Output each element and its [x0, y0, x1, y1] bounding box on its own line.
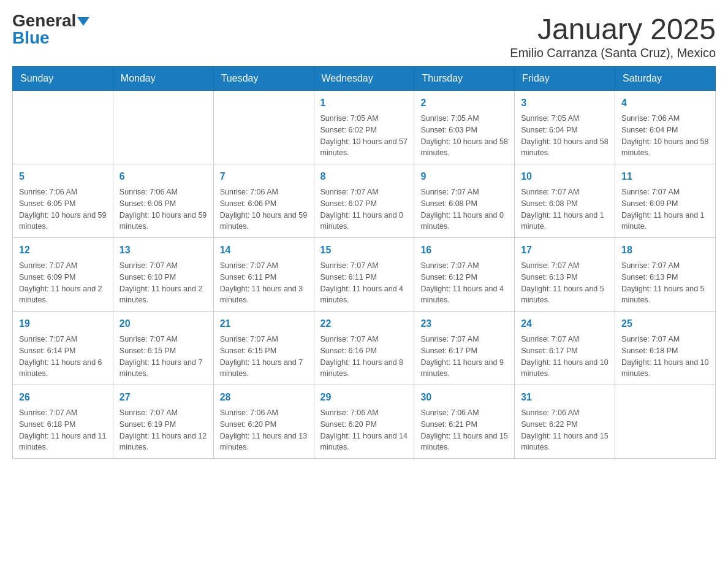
day-number: 26: [19, 390, 107, 405]
calendar-cell: 15Sunrise: 7:07 AM Sunset: 6:11 PM Dayli…: [314, 238, 414, 312]
calendar-cell: 27Sunrise: 7:07 AM Sunset: 6:19 PM Dayli…: [113, 385, 213, 459]
calendar-cell: 1Sunrise: 7:05 AM Sunset: 6:02 PM Daylig…: [314, 91, 414, 164]
day-number: 5: [19, 169, 107, 184]
day-info: Sunrise: 7:05 AM Sunset: 6:04 PM Dayligh…: [521, 113, 609, 159]
calendar-cell: 3Sunrise: 7:05 AM Sunset: 6:04 PM Daylig…: [515, 91, 615, 164]
day-info: Sunrise: 7:06 AM Sunset: 6:22 PM Dayligh…: [521, 407, 609, 453]
day-number: 22: [320, 316, 408, 331]
calendar-cell: 2Sunrise: 7:05 AM Sunset: 6:03 PM Daylig…: [414, 91, 515, 164]
day-info: Sunrise: 7:06 AM Sunset: 6:06 PM Dayligh…: [220, 186, 308, 232]
day-info: Sunrise: 7:07 AM Sunset: 6:19 PM Dayligh…: [119, 407, 207, 453]
day-header-monday: Monday: [113, 67, 213, 91]
calendar-cell: 18Sunrise: 7:07 AM Sunset: 6:13 PM Dayli…: [615, 238, 716, 312]
title-area: January 2025 Emilio Carranza (Santa Cruz…: [510, 12, 716, 60]
calendar-cell: 5Sunrise: 7:06 AM Sunset: 6:05 PM Daylig…: [13, 164, 113, 238]
day-header-sunday: Sunday: [13, 67, 113, 91]
day-number: 29: [320, 390, 408, 405]
calendar-body: 1Sunrise: 7:05 AM Sunset: 6:02 PM Daylig…: [13, 91, 716, 459]
day-number: 16: [420, 243, 508, 258]
day-number: 24: [521, 316, 609, 331]
day-info: Sunrise: 7:07 AM Sunset: 6:11 PM Dayligh…: [320, 260, 408, 306]
day-number: 30: [420, 390, 508, 405]
day-number: 10: [521, 169, 609, 184]
day-info: Sunrise: 7:07 AM Sunset: 6:14 PM Dayligh…: [19, 334, 107, 380]
days-of-week-row: SundayMondayTuesdayWednesdayThursdayFrid…: [13, 67, 716, 91]
calendar-cell: 22Sunrise: 7:07 AM Sunset: 6:16 PM Dayli…: [314, 312, 414, 385]
day-number: 7: [220, 169, 308, 184]
day-number: 25: [621, 316, 709, 331]
day-number: 27: [119, 390, 207, 405]
day-info: Sunrise: 7:07 AM Sunset: 6:17 PM Dayligh…: [420, 334, 508, 380]
day-number: 14: [220, 243, 308, 258]
calendar-cell: 29Sunrise: 7:06 AM Sunset: 6:20 PM Dayli…: [314, 385, 414, 459]
week-row-2: 12Sunrise: 7:07 AM Sunset: 6:09 PM Dayli…: [13, 238, 716, 312]
day-number: 2: [420, 96, 508, 110]
day-number: 28: [220, 390, 308, 405]
week-row-3: 19Sunrise: 7:07 AM Sunset: 6:14 PM Dayli…: [13, 312, 716, 385]
day-number: 18: [621, 243, 709, 258]
calendar-cell: 17Sunrise: 7:07 AM Sunset: 6:13 PM Dayli…: [515, 238, 615, 312]
day-info: Sunrise: 7:07 AM Sunset: 6:15 PM Dayligh…: [220, 334, 308, 380]
day-number: 13: [119, 243, 207, 258]
calendar-cell: [113, 91, 213, 164]
day-header-tuesday: Tuesday: [213, 67, 314, 91]
calendar-table: SundayMondayTuesdayWednesdayThursdayFrid…: [12, 66, 716, 459]
day-number: 21: [220, 316, 308, 331]
day-info: Sunrise: 7:07 AM Sunset: 6:13 PM Dayligh…: [621, 260, 709, 306]
day-number: 4: [621, 96, 709, 110]
day-number: 9: [420, 169, 508, 184]
day-header-saturday: Saturday: [615, 67, 716, 91]
day-info: Sunrise: 7:07 AM Sunset: 6:07 PM Dayligh…: [320, 186, 408, 232]
day-number: 31: [521, 390, 609, 405]
day-number: 20: [119, 316, 207, 331]
calendar-cell: 31Sunrise: 7:06 AM Sunset: 6:22 PM Dayli…: [515, 385, 615, 459]
calendar-cell: 21Sunrise: 7:07 AM Sunset: 6:15 PM Dayli…: [213, 312, 314, 385]
day-info: Sunrise: 7:07 AM Sunset: 6:17 PM Dayligh…: [521, 334, 609, 380]
day-info: Sunrise: 7:07 AM Sunset: 6:15 PM Dayligh…: [119, 334, 207, 380]
day-info: Sunrise: 7:06 AM Sunset: 6:20 PM Dayligh…: [220, 407, 308, 453]
calendar-cell: [13, 91, 113, 164]
calendar-cell: 23Sunrise: 7:07 AM Sunset: 6:17 PM Dayli…: [414, 312, 515, 385]
calendar-cell: 12Sunrise: 7:07 AM Sunset: 6:09 PM Dayli…: [13, 238, 113, 312]
day-info: Sunrise: 7:07 AM Sunset: 6:08 PM Dayligh…: [420, 186, 508, 232]
day-info: Sunrise: 7:05 AM Sunset: 6:03 PM Dayligh…: [420, 113, 508, 159]
day-header-wednesday: Wednesday: [314, 67, 414, 91]
calendar-cell: 20Sunrise: 7:07 AM Sunset: 6:15 PM Dayli…: [113, 312, 213, 385]
day-info: Sunrise: 7:07 AM Sunset: 6:10 PM Dayligh…: [119, 260, 207, 306]
day-info: Sunrise: 7:07 AM Sunset: 6:11 PM Dayligh…: [220, 260, 308, 306]
day-info: Sunrise: 7:06 AM Sunset: 6:06 PM Dayligh…: [119, 186, 207, 232]
day-header-friday: Friday: [515, 67, 615, 91]
day-number: 8: [320, 169, 408, 184]
calendar-cell: 19Sunrise: 7:07 AM Sunset: 6:14 PM Dayli…: [13, 312, 113, 385]
calendar-cell: [213, 91, 314, 164]
day-info: Sunrise: 7:06 AM Sunset: 6:05 PM Dayligh…: [19, 186, 107, 232]
logo-blue-text: Blue: [12, 28, 50, 47]
day-number: 6: [119, 169, 207, 184]
day-info: Sunrise: 7:07 AM Sunset: 6:13 PM Dayligh…: [521, 260, 609, 306]
day-number: 19: [19, 316, 107, 331]
calendar-cell: 9Sunrise: 7:07 AM Sunset: 6:08 PM Daylig…: [414, 164, 515, 238]
logo-bottom-row: Blue: [12, 29, 50, 47]
day-info: Sunrise: 7:06 AM Sunset: 6:04 PM Dayligh…: [621, 113, 709, 159]
calendar-cell: 11Sunrise: 7:07 AM Sunset: 6:09 PM Dayli…: [615, 164, 716, 238]
calendar-cell: [615, 385, 716, 459]
location-title: Emilio Carranza (Santa Cruz), Mexico: [510, 46, 716, 60]
day-info: Sunrise: 7:07 AM Sunset: 6:09 PM Dayligh…: [19, 260, 107, 306]
calendar-cell: 24Sunrise: 7:07 AM Sunset: 6:17 PM Dayli…: [515, 312, 615, 385]
day-info: Sunrise: 7:05 AM Sunset: 6:02 PM Dayligh…: [320, 113, 408, 159]
calendar-cell: 10Sunrise: 7:07 AM Sunset: 6:08 PM Dayli…: [515, 164, 615, 238]
day-info: Sunrise: 7:07 AM Sunset: 6:16 PM Dayligh…: [320, 334, 408, 380]
week-row-4: 26Sunrise: 7:07 AM Sunset: 6:18 PM Dayli…: [13, 385, 716, 459]
calendar-cell: 6Sunrise: 7:06 AM Sunset: 6:06 PM Daylig…: [113, 164, 213, 238]
logo: General Blue: [12, 12, 89, 47]
day-info: Sunrise: 7:07 AM Sunset: 6:09 PM Dayligh…: [621, 186, 709, 232]
calendar-header: SundayMondayTuesdayWednesdayThursdayFrid…: [13, 67, 716, 91]
month-title: January 2025: [510, 12, 716, 46]
day-number: 17: [521, 243, 609, 258]
logo-top-row: General: [12, 12, 89, 29]
calendar-cell: 25Sunrise: 7:07 AM Sunset: 6:18 PM Dayli…: [615, 312, 716, 385]
calendar-cell: 16Sunrise: 7:07 AM Sunset: 6:12 PM Dayli…: [414, 238, 515, 312]
calendar-cell: 7Sunrise: 7:06 AM Sunset: 6:06 PM Daylig…: [213, 164, 314, 238]
day-info: Sunrise: 7:07 AM Sunset: 6:12 PM Dayligh…: [420, 260, 508, 306]
day-info: Sunrise: 7:07 AM Sunset: 6:18 PM Dayligh…: [621, 334, 709, 380]
